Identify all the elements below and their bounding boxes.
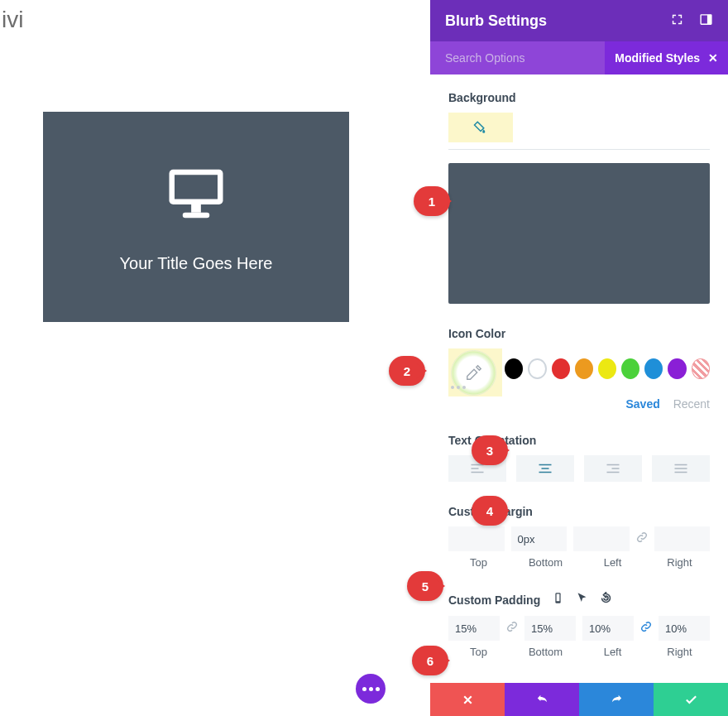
- link-icon[interactable]: [636, 531, 648, 546]
- color-swatch[interactable]: [552, 358, 570, 379]
- color-swatch-none[interactable]: [692, 358, 710, 379]
- annotation-marker-4: 4: [472, 496, 508, 526]
- align-justify-button[interactable]: [652, 455, 710, 482]
- modified-styles-chip[interactable]: Modified Styles ✕: [605, 41, 728, 74]
- divider: [448, 149, 710, 150]
- filter-bar: Search Options Modified Styles ✕: [430, 41, 728, 74]
- link-icon[interactable]: [640, 621, 652, 636]
- margin-top-input[interactable]: [448, 526, 505, 551]
- panel-header: Blurb Settings: [430, 0, 728, 41]
- background-fill-button[interactable]: [448, 113, 513, 142]
- save-button[interactable]: [654, 683, 728, 716]
- blurb-module[interactable]: Your Title Goes Here: [43, 112, 349, 322]
- svg-rect-1: [175, 175, 218, 199]
- dots-icon: [362, 687, 380, 691]
- annotation-marker-5: 5: [407, 571, 443, 601]
- margin-right-label: Right: [649, 556, 710, 569]
- saved-tab[interactable]: Saved: [626, 397, 660, 411]
- expand-icon[interactable]: [670, 12, 684, 30]
- color-swatch[interactable]: [598, 358, 616, 379]
- modified-styles-label: Modified Styles: [615, 51, 700, 65]
- margin-bottom-input[interactable]: 0px: [511, 526, 568, 551]
- padding-bottom-input[interactable]: 15%: [524, 616, 576, 641]
- fab-more-button[interactable]: [356, 674, 386, 704]
- padding-right-label: Right: [649, 646, 710, 658]
- panel-footer: [430, 683, 728, 716]
- close-icon[interactable]: ✕: [708, 51, 718, 65]
- color-swatch[interactable]: [668, 358, 686, 379]
- reset-icon[interactable]: [600, 592, 612, 608]
- svg-rect-5: [707, 14, 711, 23]
- blurb-title: Your Title Goes Here: [120, 254, 273, 273]
- margin-right-input[interactable]: [654, 526, 711, 551]
- padding-right-input[interactable]: 10%: [659, 616, 710, 641]
- dock-icon[interactable]: [699, 12, 713, 30]
- margin-bottom-label: Bottom: [515, 556, 576, 569]
- svg-rect-3: [183, 212, 210, 218]
- color-swatch[interactable]: [621, 358, 639, 379]
- custom-padding-label: Custom Padding: [448, 593, 540, 607]
- brand-text: ivi: [0, 0, 429, 33]
- link-icon[interactable]: [506, 621, 518, 636]
- padding-left-label: Left: [582, 646, 643, 658]
- annotation-marker-1: 1: [414, 186, 450, 216]
- color-swatch[interactable]: [528, 358, 547, 379]
- annotation-marker-2: 2: [389, 356, 425, 386]
- monitor-icon: [164, 161, 228, 226]
- background-label: Background: [448, 91, 710, 104]
- text-color-label: Text Color: [448, 681, 710, 683]
- align-right-button[interactable]: [584, 455, 642, 482]
- svg-rect-2: [191, 204, 201, 213]
- padding-bottom-label: Bottom: [515, 646, 576, 658]
- search-options-label[interactable]: Search Options: [445, 51, 525, 65]
- preview-pane: ivi Your Title Goes Here: [0, 0, 429, 716]
- color-swatch[interactable]: [505, 358, 523, 379]
- cursor-icon[interactable]: [576, 592, 588, 608]
- phone-icon[interactable]: [552, 592, 564, 608]
- svg-rect-7: [557, 594, 560, 602]
- panel-body: Background Icon Color: [430, 74, 728, 683]
- margin-top-label: Top: [448, 556, 509, 569]
- background-preview[interactable]: [448, 163, 710, 304]
- padding-top-input[interactable]: 15%: [448, 616, 500, 641]
- color-swatch[interactable]: [575, 358, 593, 379]
- padding-left-input[interactable]: 10%: [582, 616, 634, 641]
- icon-color-label: Icon Color: [448, 327, 710, 340]
- color-picker-highlight: [448, 348, 502, 396]
- settings-panel: Blurb Settings Search Options Modified S…: [430, 0, 728, 716]
- recent-tab[interactable]: Recent: [673, 397, 710, 411]
- undo-button[interactable]: [505, 683, 579, 716]
- close-button[interactable]: [430, 683, 505, 716]
- margin-left-label: Left: [582, 556, 643, 569]
- margin-left-input[interactable]: [573, 526, 630, 551]
- color-swatch[interactable]: [644, 358, 663, 379]
- annotation-marker-6: 6: [412, 646, 448, 675]
- align-center-button[interactable]: [516, 455, 574, 482]
- panel-title: Blurb Settings: [445, 12, 547, 30]
- annotation-marker-3: 3: [472, 435, 508, 465]
- redo-button[interactable]: [579, 683, 654, 716]
